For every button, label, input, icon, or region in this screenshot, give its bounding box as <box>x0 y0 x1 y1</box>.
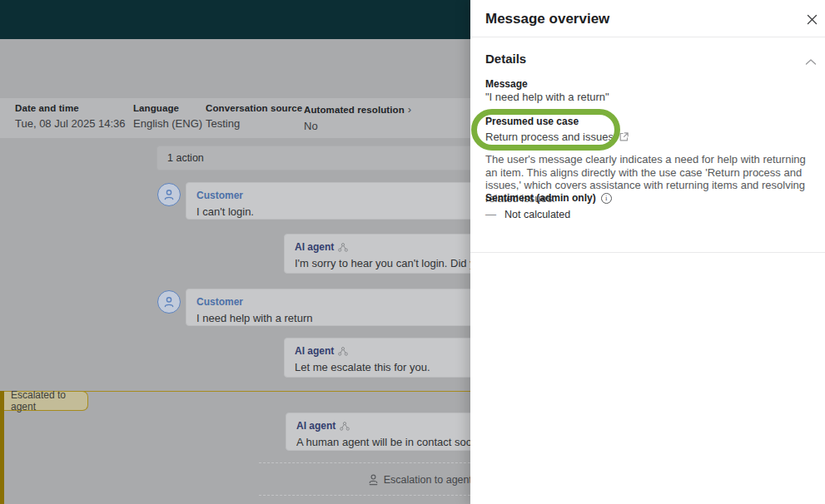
message-author: AI agent <box>295 345 334 357</box>
info-icon[interactable]: i <box>601 193 612 204</box>
message-bubble-customer: Customer I need help with a return <box>186 289 470 326</box>
panel-divider <box>470 37 825 37</box>
message-field-label: Message <box>485 78 528 90</box>
app-window: Date and time Tue, 08 Jul 2025 14:36 Lan… <box>0 0 825 504</box>
sentiment-value: Not calculated <box>504 209 570 220</box>
meta-label: Automated resolution› <box>304 103 411 116</box>
message-author: Customer <box>196 190 243 201</box>
top-navigation-bar <box>0 0 470 39</box>
message-author: Customer <box>196 296 243 308</box>
use-case-link-text[interactable]: Return process and issues <box>485 131 614 143</box>
meta-label: Conversation source <box>206 103 302 113</box>
chevron-up-icon[interactable] <box>805 54 817 62</box>
meta-value: Testing <box>206 117 302 130</box>
event-divider <box>259 462 470 463</box>
event-divider <box>259 495 470 496</box>
message-text: I need help with a return <box>196 312 470 324</box>
escalation-event-label: Escalation to agent <box>384 474 470 486</box>
message-bubble-ai: AI agent I'm sorry to hear you can't log… <box>284 234 470 274</box>
chevron-right-icon: › <box>408 103 411 116</box>
actions-expander-bar[interactable]: 1 action <box>157 146 470 170</box>
workflow-icon <box>340 422 350 431</box>
message-text: I can't login. <box>196 205 470 218</box>
message-bubble-customer: Customer I can't login. <box>186 182 470 220</box>
external-link-icon[interactable] <box>619 131 629 142</box>
panel-divider <box>470 252 825 253</box>
actions-count-label: 1 action <box>167 152 204 164</box>
sentiment-field-label: Sentiment (admin only) <box>485 192 596 204</box>
message-author: AI agent <box>295 241 334 253</box>
sentiment-value-row: — Not calculated <box>485 208 570 220</box>
agent-person-icon <box>368 474 379 486</box>
meta-language: Language English (ENG) <box>133 103 202 130</box>
meta-label: Language <box>133 103 202 113</box>
meta-value: Tue, 08 Jul 2025 14:36 <box>15 117 126 130</box>
workflow-icon <box>338 347 348 356</box>
meta-value: No <box>304 120 411 132</box>
customer-avatar <box>157 290 181 314</box>
message-text: A human agent will be in contact soon. <box>296 436 470 448</box>
conversation-meta-bar: Date and time Tue, 08 Jul 2025 14:36 Lan… <box>0 98 470 138</box>
escalation-event-row: Escalation to agent <box>259 472 470 488</box>
conversation-view-backdrop: Date and time Tue, 08 Jul 2025 14:36 Lan… <box>0 0 470 504</box>
dash-icon: — <box>485 208 496 220</box>
person-icon <box>162 188 176 201</box>
meta-date-time: Date and time Tue, 08 Jul 2025 14:36 <box>15 103 126 130</box>
meta-conversation-source: Conversation source Testing <box>206 103 302 130</box>
message-field-value: "I need help with a return" <box>485 91 609 103</box>
escalated-to-agent-badge: Escalated to agent <box>4 391 88 411</box>
message-text: I'm sorry to hear you can't login. Did y… <box>295 257 470 269</box>
panel-title: Message overview <box>485 11 609 27</box>
meta-value: English (ENG) <box>133 117 202 130</box>
person-icon <box>162 295 176 309</box>
meta-automated-resolution[interactable]: Automated resolution› No <box>304 103 411 132</box>
meta-label: Date and time <box>15 103 126 113</box>
use-case-field-label: Presumed use case <box>485 116 579 127</box>
workflow-icon <box>338 243 348 252</box>
message-bubble-ai: AI agent Let me escalate this for you. <box>284 338 470 378</box>
customer-avatar <box>157 183 181 206</box>
close-icon[interactable] <box>802 9 822 29</box>
details-section-heading: Details <box>485 52 526 66</box>
message-text: Let me escalate this for you. <box>295 361 470 373</box>
message-author: AI agent <box>296 420 335 432</box>
escalated-badge-label: Escalated to agent <box>11 389 87 413</box>
message-overview-panel: Message overview Details Message "I need… <box>470 0 825 504</box>
sentiment-field-label-row: Sentiment (admin only) i <box>485 192 612 204</box>
use-case-field-value: Return process and issues <box>485 131 629 143</box>
message-bubble-ai: AI agent A human agent will be in contac… <box>286 413 470 451</box>
